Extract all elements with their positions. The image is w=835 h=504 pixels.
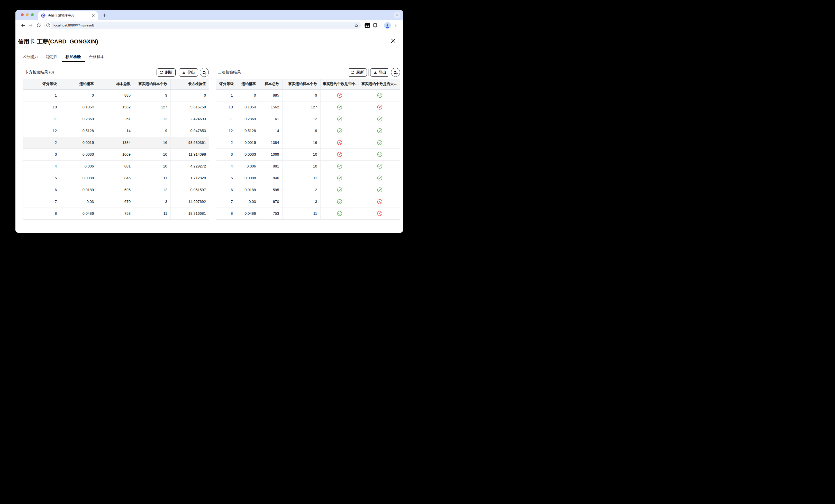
cell-chi-square: 0 xyxy=(170,89,209,101)
cell-greater-than-status xyxy=(359,148,400,160)
export-button[interactable]: 导出 xyxy=(179,68,198,77)
new-tab-button[interactable] xyxy=(101,12,108,19)
url-text: localhost:8080/#/mv/result xyxy=(54,23,94,27)
cell-grade: 4 xyxy=(216,160,236,172)
cell-actual-defaults: 11 xyxy=(134,172,171,184)
cell-greater-than-status xyxy=(359,125,400,136)
col-sample-total: 样本总数 xyxy=(259,79,282,89)
table-row[interactable]: 7 0.03 670 3 14.997692 xyxy=(23,196,209,208)
chi-square-panel-title: 卡方检验结果 (0) xyxy=(25,70,54,75)
window-close-button[interactable] xyxy=(21,13,24,16)
forward-button[interactable] xyxy=(27,21,35,29)
close-button[interactable] xyxy=(390,38,396,44)
cell-less-than-status xyxy=(320,196,359,208)
check-circle-icon xyxy=(337,211,342,216)
table-row[interactable]: 4 0.006 881 10 4.229272 xyxy=(23,160,209,172)
check-circle-icon xyxy=(377,187,382,192)
table-row[interactable]: 6 0.0189 595 12 xyxy=(216,184,400,196)
table-row[interactable]: 11 0.2869 61 12 xyxy=(216,113,400,125)
table-row[interactable]: 2 0.0015 1384 16 93.530361 xyxy=(23,136,209,148)
cell-actual-defaults: 9 xyxy=(134,89,171,101)
tab-search-chevron-icon[interactable] xyxy=(394,12,400,18)
table-row[interactable]: 10 0.1054 1562 127 9.616758 xyxy=(23,101,209,113)
cell-greater-than-status xyxy=(359,113,400,125)
tab-discrimination[interactable]: 区分能力 xyxy=(22,54,38,59)
cell-chi-square: 14.997692 xyxy=(170,196,209,208)
user-gear-icon xyxy=(202,70,207,75)
cell-chi-square: 0.051597 xyxy=(170,184,209,196)
download-icon xyxy=(182,70,186,74)
table-row[interactable]: 3 0.0033 1069 10 11.914098 xyxy=(23,148,209,160)
table-row[interactable]: 5 0.0088 846 11 1.712828 xyxy=(23,172,209,184)
binomial-actions: 刷新 导出 xyxy=(348,68,400,77)
chi-square-actions: 刷新 导出 xyxy=(157,68,209,77)
tab-stability[interactable]: 稳定性 xyxy=(46,54,58,59)
cell-grade: 11 xyxy=(23,113,60,125)
cell-chi-square: 2.424693 xyxy=(170,113,209,125)
x-circle-icon xyxy=(337,93,342,98)
window-minimize-button[interactable] xyxy=(26,13,29,16)
table-row[interactable]: 1 0 885 9 xyxy=(216,89,400,101)
table-row[interactable]: 8 0.0486 753 11 xyxy=(216,208,400,219)
export-button[interactable]: 导出 xyxy=(370,68,389,77)
browser-tab[interactable]: 决策引擎管理平台 xyxy=(38,11,98,20)
extension-badge-icon[interactable] xyxy=(364,22,371,29)
site-info-icon[interactable] xyxy=(45,22,52,29)
tab-scale-test[interactable]: 标尺检验 xyxy=(65,54,81,59)
table-row[interactable]: 1 0 885 9 0 xyxy=(23,89,209,101)
column-settings-button[interactable] xyxy=(200,68,209,77)
cell-actual-defaults: 10 xyxy=(282,160,320,172)
cell-actual-defaults: 12 xyxy=(134,113,171,125)
chi-square-table: 评分等级 违约概率 样本总数 事实违约样本个数 卡方检验值 1 0 885 9 … xyxy=(23,79,209,219)
address-bar[interactable]: localhost:8080/#/mv/result xyxy=(44,22,361,29)
col-sample-total: 样本总数 xyxy=(97,79,134,89)
cell-greater-than-status xyxy=(359,208,400,219)
bookmark-star-icon[interactable] xyxy=(354,23,359,28)
check-circle-icon xyxy=(377,140,382,145)
refresh-button[interactable]: 刷新 xyxy=(348,68,367,77)
profile-avatar[interactable] xyxy=(384,22,391,29)
binomial-table-body: 1 0 885 9 10 0.1054 1562 127 11 0.2869 6… xyxy=(216,89,400,219)
cell-default-prob: 0.006 xyxy=(236,160,259,172)
cell-grade: 10 xyxy=(216,101,236,113)
table-row[interactable]: 3 0.0033 1069 10 xyxy=(216,148,400,160)
cell-default-prob: 0.0033 xyxy=(236,148,259,160)
table-row[interactable]: 10 0.1054 1562 127 xyxy=(216,101,400,113)
cell-default-prob: 0.03 xyxy=(236,196,259,208)
browser-toolbar: localhost:8080/#/mv/result xyxy=(16,20,403,31)
user-gear-icon xyxy=(393,70,398,75)
table-row[interactable]: 2 0.0015 1384 16 xyxy=(216,136,400,148)
cell-grade: 1 xyxy=(216,89,236,101)
column-settings-button[interactable] xyxy=(391,68,400,77)
tab-qualified-sample[interactable]: 合格样本 xyxy=(89,54,105,59)
table-row[interactable]: 12 0.5128 14 9 0.947853 xyxy=(23,125,209,136)
cell-sample-total: 61 xyxy=(259,113,282,125)
cell-grade: 7 xyxy=(23,196,60,208)
browser-menu-icon[interactable] xyxy=(392,21,400,29)
cell-grade: 8 xyxy=(216,208,236,219)
cell-greater-than-status xyxy=(359,184,400,196)
cell-grade: 6 xyxy=(23,184,60,196)
table-row[interactable]: 8 0.0486 753 11 18.816681 xyxy=(23,208,209,219)
window-zoom-button[interactable] xyxy=(31,13,34,16)
extensions-puzzle-icon[interactable] xyxy=(371,22,379,29)
cell-sample-total: 1562 xyxy=(97,101,134,113)
back-button[interactable] xyxy=(19,21,27,29)
refresh-label: 刷新 xyxy=(165,70,172,75)
tab-close-icon[interactable] xyxy=(91,13,95,18)
table-row[interactable]: 7 0.03 670 3 xyxy=(216,196,400,208)
cell-greater-than-status xyxy=(359,89,400,101)
check-circle-icon xyxy=(377,117,382,122)
reload-button[interactable] xyxy=(35,21,43,29)
table-row[interactable]: 4 0.006 881 10 xyxy=(216,160,400,172)
x-circle-icon xyxy=(377,211,382,216)
refresh-button[interactable]: 刷新 xyxy=(157,68,176,77)
table-row[interactable]: 11 0.2869 61 12 2.424693 xyxy=(23,113,209,125)
col-default-prob: 违约概率 xyxy=(236,79,259,89)
cell-sample-total: 1562 xyxy=(259,101,282,113)
x-circle-icon xyxy=(337,140,342,145)
table-row[interactable]: 5 0.0088 846 11 xyxy=(216,172,400,184)
table-row[interactable]: 12 0.5128 14 9 xyxy=(216,125,400,136)
table-row[interactable]: 6 0.0189 595 12 0.051597 xyxy=(23,184,209,196)
cell-grade: 1 xyxy=(23,89,60,101)
